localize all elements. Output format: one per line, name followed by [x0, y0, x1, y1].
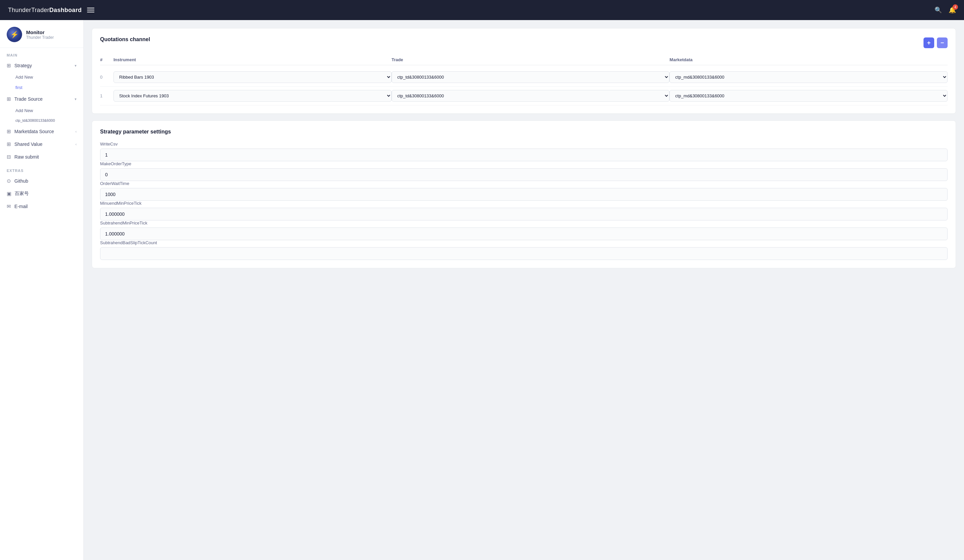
chevron-left-icon: ‹	[75, 142, 77, 146]
add-channel-button[interactable]: +	[923, 37, 934, 48]
sidebar-item-label: Shared Value	[15, 141, 72, 147]
param-input-write-csv[interactable]	[100, 149, 948, 161]
param-input-subtrahend-bad-slip[interactable]	[100, 247, 948, 260]
sidebar-item-marketdata-source[interactable]: ⊞ Marketdata Source ‹	[0, 125, 83, 138]
table-row: 0 Ribbed Bars 1903 ctp_td&30800133&6000 …	[100, 68, 948, 87]
remove-channel-button[interactable]: −	[937, 37, 948, 48]
strategy-params-title: Strategy parameter settings	[100, 129, 948, 135]
sidebar-item-label: Marketdata Source	[15, 129, 72, 134]
sidebar-item-shared-value[interactable]: ⊞ Shared Value ‹	[0, 138, 83, 151]
sidebar-item-label: Trade Source	[15, 96, 71, 102]
header-left: ThunderTraderDashboard	[8, 7, 94, 14]
shared-value-icon: ⊞	[7, 141, 11, 147]
search-icon[interactable]: 🔍	[935, 6, 942, 14]
github-icon: ⊙	[7, 178, 11, 184]
param-input-make-order-type[interactable]	[100, 168, 948, 181]
main-layout: ⚡ Monitor Thunder Trader MAIN ⊞ Strategy…	[0, 20, 964, 560]
trade-select-1[interactable]: ctp_td&30800133&6000	[392, 90, 670, 102]
email-icon: ✉	[7, 203, 11, 209]
quotations-channel-title: Quotations channel	[100, 36, 150, 42]
col-marketdata: Marketdata	[669, 57, 948, 62]
quotations-channel-card: Quotations channel + − # Instrument Trad…	[92, 28, 956, 114]
app-header: ThunderTraderDashboard 🔍 🔔 4	[0, 0, 964, 20]
row-num-1: 1	[100, 93, 114, 98]
param-write-csv: WriteCsv	[100, 141, 948, 161]
chevron-down-icon: ▾	[75, 97, 77, 101]
sidebar-item-baijia[interactable]: ▣ 百家号	[0, 187, 83, 200]
row-num-0: 0	[100, 75, 114, 80]
sidebar-item-email[interactable]: ✉ E-mail	[0, 200, 83, 213]
col-instrument: Instrument	[114, 57, 392, 62]
trade-dropdown-0[interactable]: ctp_td&30800133&6000	[392, 71, 670, 83]
strategy-params-card: Strategy parameter settings WriteCsv Mak…	[92, 120, 956, 268]
profile-info: Monitor Thunder Trader	[26, 29, 54, 40]
marketdata-select-0[interactable]: ctp_md&30800133&6000	[669, 71, 948, 83]
param-subtrahend-min-price-tick: SubtrahendMinPriceTick	[100, 221, 948, 240]
param-label-order-wait-time: OrderWaitTime	[100, 181, 948, 186]
param-label-write-csv: WriteCsv	[100, 141, 948, 146]
trade-source-icon: ⊞	[7, 96, 11, 102]
sidebar: ⚡ Monitor Thunder Trader MAIN ⊞ Strategy…	[0, 20, 84, 560]
marketdata-dropdown-0[interactable]: ctp_md&30800133&6000	[669, 71, 948, 83]
notification-icon[interactable]: 🔔 4	[949, 6, 956, 14]
sidebar-sub-ctp-td[interactable]: ctp_td&30800133&6000	[0, 116, 83, 125]
sidebar-item-label: 百家号	[15, 191, 77, 197]
col-num: #	[100, 57, 114, 62]
instrument-select-0[interactable]: Ribbed Bars 1903	[114, 71, 392, 83]
sidebar-sub-add-new-trade[interactable]: Add New	[0, 106, 83, 116]
avatar: ⚡	[7, 27, 22, 42]
trade-select-0[interactable]: ctp_td&30800133&6000	[392, 71, 670, 83]
table-row: 1 Stock Index Futures 1903 ctp_td&308001…	[100, 87, 948, 106]
trade-dropdown-1[interactable]: ctp_td&30800133&6000	[392, 90, 670, 102]
param-label-make-order-type: MakeOrderType	[100, 161, 948, 166]
sidebar-sub-add-new-strategy[interactable]: Add New	[0, 72, 83, 82]
sidebar-profile: ⚡ Monitor Thunder Trader	[0, 20, 83, 48]
param-input-subtrahend-min-price-tick[interactable]	[100, 227, 948, 240]
channel-header: Quotations channel + −	[100, 36, 948, 49]
instrument-dropdown-1[interactable]: Stock Index Futures 1903	[114, 90, 392, 102]
sidebar-item-raw-submit[interactable]: ⊟ Raw submit	[0, 151, 83, 163]
main-content: Quotations channel + − # Instrument Trad…	[84, 20, 964, 560]
instrument-dropdown-0[interactable]: Ribbed Bars 1903	[114, 71, 392, 83]
table-header: # Instrument Trade Marketdata	[100, 55, 948, 65]
sidebar-item-label: Strategy	[15, 63, 71, 68]
marketdata-select-1[interactable]: ctp_md&30800133&6000	[669, 90, 948, 102]
param-subtrahend-bad-slip: SubtrahendBadSlipTickCount	[100, 240, 948, 260]
instrument-select-1[interactable]: Stock Index Futures 1903	[114, 90, 392, 102]
main-section-label: MAIN	[0, 48, 83, 59]
sidebar-sub-first[interactable]: first	[0, 82, 83, 93]
profile-subtitle: Thunder Trader	[26, 35, 54, 40]
chevron-left-icon: ‹	[75, 130, 77, 133]
marketdata-icon: ⊞	[7, 128, 11, 135]
strategy-icon: ⊞	[7, 63, 11, 68]
param-input-minuend-min-price-tick[interactable]	[100, 208, 948, 221]
channel-actions: + −	[923, 37, 948, 48]
param-make-order-type: MakeOrderType	[100, 161, 948, 181]
profile-name: Monitor	[26, 29, 54, 35]
raw-submit-icon: ⊟	[7, 154, 11, 160]
param-label-subtrahend-bad-slip: SubtrahendBadSlipTickCount	[100, 240, 948, 245]
sidebar-item-github[interactable]: ⊙ Github	[0, 175, 83, 187]
col-trade: Trade	[392, 57, 670, 62]
sidebar-item-label: E-mail	[15, 204, 77, 209]
app-logo: ThunderTraderDashboard	[8, 7, 82, 14]
marketdata-dropdown-1[interactable]: ctp_md&30800133&6000	[669, 90, 948, 102]
param-label-minuend-min-price-tick: MinuendMinPriceTick	[100, 201, 948, 206]
param-order-wait-time: OrderWaitTime	[100, 181, 948, 201]
baijia-icon: ▣	[7, 191, 11, 197]
chevron-down-icon: ▾	[75, 63, 77, 68]
sidebar-item-label: Raw submit	[15, 154, 77, 159]
sidebar-item-trade-source[interactable]: ⊞ Trade Source ▾	[0, 93, 83, 106]
param-input-order-wait-time[interactable]	[100, 188, 948, 201]
param-label-subtrahend-min-price-tick: SubtrahendMinPriceTick	[100, 221, 948, 226]
param-minuend-min-price-tick: MinuendMinPriceTick	[100, 201, 948, 221]
header-right: 🔍 🔔 4	[935, 6, 956, 14]
notification-badge: 4	[953, 4, 958, 10]
extras-section-label: EXTRAS	[0, 163, 83, 175]
menu-toggle-button[interactable]	[87, 8, 94, 12]
sidebar-item-label: Github	[15, 178, 77, 183]
sidebar-item-strategy[interactable]: ⊞ Strategy ▾	[0, 59, 83, 72]
